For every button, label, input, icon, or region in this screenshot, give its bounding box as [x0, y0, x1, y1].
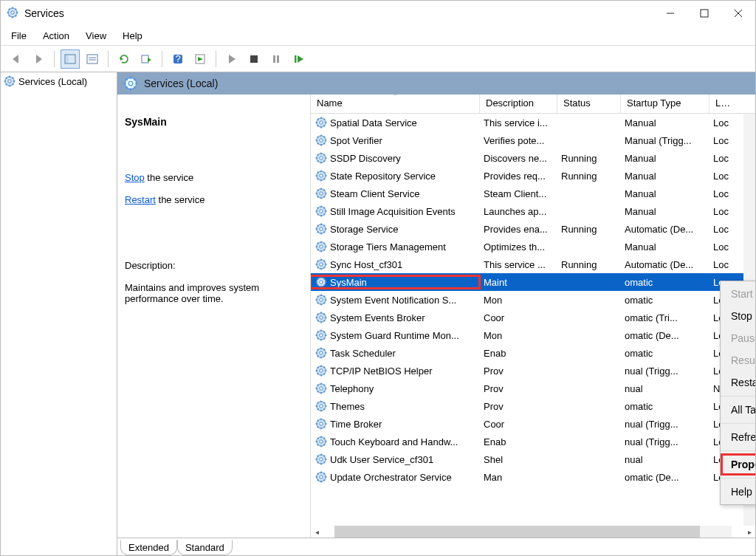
minimize-button[interactable] [653, 1, 687, 25]
service-row[interactable]: Update Orchestrator ServiceManomatic (De… [311, 468, 755, 486]
context-menu-resume: Resume [721, 349, 755, 371]
context-menu-refresh[interactable]: Refresh [721, 426, 755, 448]
service-row[interactable]: System Guard Runtime Mon...Monomatic (De… [311, 326, 755, 344]
tab-standard[interactable]: Standard [177, 540, 233, 555]
view-tabs: Extended Standard [117, 538, 755, 555]
stop-link[interactable]: Stop [125, 172, 145, 183]
service-icon [315, 152, 327, 164]
context-menu-restart[interactable]: Restart [721, 371, 755, 394]
menu-help[interactable]: Help [123, 30, 142, 41]
context-menu-separator [721, 396, 755, 397]
svg-rect-32 [295, 55, 297, 63]
svg-rect-31 [277, 55, 279, 63]
main-panel: Services (Local) SysMain Stop the servic… [117, 72, 755, 555]
service-row[interactable]: SSDP DiscoveryDiscovers ne...RunningManu… [311, 149, 755, 167]
service-icon [315, 241, 327, 253]
svg-rect-29 [250, 55, 258, 63]
service-row[interactable]: Spot VerifierVerifies pote...Manual (Tri… [311, 131, 755, 149]
context-menu-help[interactable]: Help [721, 481, 755, 503]
context-menu-separator [721, 450, 755, 451]
toolbar-separator [216, 51, 216, 67]
stop-service-button[interactable] [244, 49, 264, 69]
service-row[interactable]: System Event Notification S...MonomaticL… [311, 291, 755, 309]
service-row[interactable]: SysMainMaintomaticLoc [311, 273, 755, 291]
service-row[interactable]: Touch Keyboard and Handw...Enabnual (Tri… [311, 433, 755, 450]
show-hide-tree-button[interactable] [61, 49, 80, 69]
nav-root-item[interactable]: Services (Local) [4, 74, 114, 89]
service-icon [315, 329, 327, 341]
context-menu: StartStopPauseResumeRestartAll Tasks▸Ref… [720, 281, 755, 505]
svg-rect-17 [66, 55, 69, 63]
description-block: Description: Maintains and improves syst… [125, 249, 300, 315]
navigation-tree: Services (Local) [1, 72, 117, 555]
context-menu-all-tasks[interactable]: All Tasks▸ [721, 399, 755, 421]
tab-extended[interactable]: Extended [120, 540, 177, 555]
context-menu-separator [721, 478, 755, 478]
service-row[interactable]: TCP/IP NetBIOS HelperProvnual (Trigg...L… [311, 362, 755, 380]
service-row[interactable]: Storage ServiceProvides ena...RunningAut… [311, 220, 755, 238]
toolbar-separator [162, 51, 162, 67]
context-menu-start: Start [721, 283, 755, 305]
help-button[interactable]: ? [168, 49, 188, 69]
service-icon [315, 471, 327, 483]
service-row[interactable]: Task SchedulerEnabomaticLoc [311, 344, 755, 362]
context-menu-properties[interactable]: Properties [721, 453, 755, 476]
svg-marker-33 [298, 55, 303, 63]
service-row[interactable]: Time BrokerCoornual (Trigg...Loc [311, 415, 755, 433]
back-button[interactable] [7, 49, 26, 69]
forward-button[interactable] [29, 49, 48, 69]
service-icon [315, 276, 327, 288]
service-icon [315, 188, 327, 199]
service-row[interactable]: Udk User Service_cf301ShelnualLoc [311, 450, 755, 468]
service-row[interactable]: Steam Client ServiceSteam Client...Manua… [311, 185, 755, 202]
menu-view[interactable]: View [86, 30, 106, 41]
titlebar: Services [1, 1, 755, 26]
start-service-button[interactable] [222, 49, 241, 69]
workspace: Services (Local) Services (Local) SysMai… [1, 72, 755, 555]
nav-root-label: Services (Local) [18, 76, 87, 87]
service-icon [315, 117, 327, 128]
menu-file[interactable]: File [11, 30, 27, 41]
col-status[interactable]: Status [557, 95, 620, 113]
col-startup-type[interactable]: Startup Type [620, 95, 709, 113]
service-icon [315, 223, 327, 235]
scroll-right-icon[interactable]: ▸ [743, 528, 755, 536]
horizontal-scrollbar[interactable]: ◂ ▸ [311, 526, 755, 538]
context-menu-pause: Pause [721, 327, 755, 349]
restart-link[interactable]: Restart [125, 194, 156, 205]
main-header-icon [123, 76, 138, 91]
services-app-icon [7, 7, 20, 20]
col-logon[interactable]: Log [709, 95, 737, 113]
service-icon [315, 170, 327, 182]
service-row[interactable]: Storage Tiers ManagementOptimizes th...M… [311, 238, 755, 255]
detail-view-button[interactable] [83, 49, 102, 69]
svg-rect-30 [273, 55, 275, 63]
service-icon [315, 347, 327, 359]
split-view: SysMain Stop the service Restart the ser… [117, 95, 755, 538]
service-row[interactable]: TelephonyProvnualNe [311, 380, 755, 397]
service-icon [315, 134, 327, 146]
pause-service-button[interactable] [267, 49, 286, 69]
service-row[interactable]: Still Image Acquisition EventsLaunches a… [311, 202, 755, 220]
refresh-button[interactable] [114, 49, 134, 69]
context-menu-stop[interactable]: Stop [721, 305, 755, 327]
service-row[interactable]: State Repository ServiceProvides req...R… [311, 167, 755, 185]
properties-button[interactable] [190, 49, 210, 69]
service-row[interactable]: Spatial Data ServiceThis service i...Man… [311, 114, 755, 131]
svg-marker-15 [36, 55, 42, 64]
close-button[interactable] [721, 1, 755, 25]
services-rows: Spatial Data ServiceThis service i...Man… [311, 114, 755, 526]
service-row[interactable]: System Events BrokerCooromatic (Tri...Lo… [311, 309, 755, 326]
scroll-left-icon[interactable]: ◂ [311, 528, 323, 536]
maximize-button[interactable] [687, 1, 721, 25]
restart-service-button[interactable] [289, 49, 308, 69]
service-row[interactable]: ThemesProvomaticLoc [311, 397, 755, 415]
col-name[interactable]: Name˄ [311, 95, 479, 113]
menu-action[interactable]: Action [43, 30, 69, 41]
export-button[interactable] [137, 49, 156, 69]
col-description[interactable]: Description [479, 95, 557, 113]
service-row[interactable]: Sync Host_cf301This service ...RunningAu… [311, 255, 755, 273]
toolbar: ? [1, 45, 755, 72]
stop-line: Stop the service [125, 172, 300, 183]
svg-rect-11 [701, 10, 708, 17]
